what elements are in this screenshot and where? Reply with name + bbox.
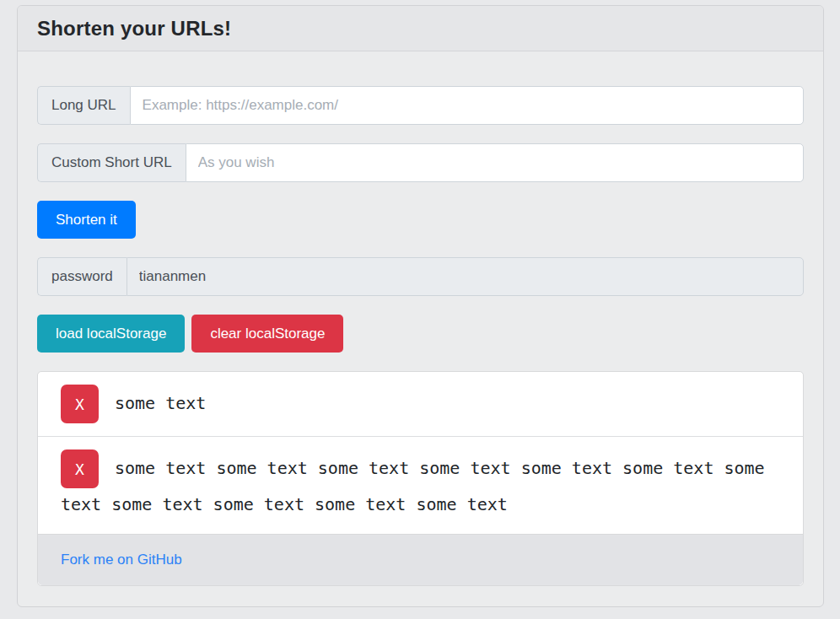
long-url-input[interactable] [130, 86, 804, 125]
custom-short-url-label: Custom Short URL [37, 143, 186, 182]
custom-short-url-input[interactable] [186, 143, 804, 182]
list-item-text: some text [115, 393, 206, 413]
card-footer: Fork me on GitHub [38, 534, 803, 585]
delete-item-button[interactable]: X [61, 385, 99, 423]
load-localstorage-button[interactable]: load localStorage [37, 315, 185, 353]
shorten-button[interactable]: Shorten it [37, 201, 136, 239]
page-title: Shorten your URLs! [37, 17, 231, 40]
clear-localstorage-button[interactable]: clear localStorage [191, 315, 343, 353]
list-item-text: some text some text some text some text … [61, 458, 765, 515]
shortener-card: Shorten your URLs! Long URL Custom Short… [17, 5, 824, 607]
list-item: Xsome text some text some text some text… [38, 436, 803, 534]
url-list: Xsome text Xsome text some text some tex… [37, 371, 804, 586]
list-item: Xsome text [38, 372, 803, 436]
delete-item-button[interactable]: X [61, 449, 99, 488]
password-group: password [37, 257, 804, 296]
localstorage-button-row: load localStorage clear localStorage [37, 315, 804, 353]
shorten-button-row: Shorten it [37, 201, 804, 239]
card-body: Long URL Custom Short URL Shorten it pas… [18, 51, 823, 606]
github-link[interactable]: Fork me on GitHub [61, 552, 182, 568]
custom-short-url-group: Custom Short URL [37, 143, 804, 182]
password-label: password [37, 257, 127, 296]
long-url-label: Long URL [37, 86, 130, 125]
card-header: Shorten your URLs! [18, 6, 823, 51]
long-url-group: Long URL [37, 86, 804, 125]
password-input[interactable] [127, 257, 804, 296]
